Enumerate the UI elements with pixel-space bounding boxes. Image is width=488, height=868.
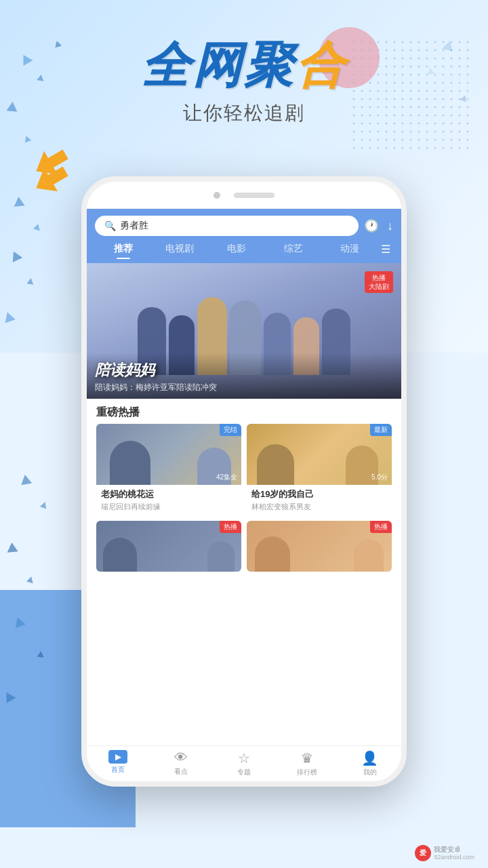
topic-icon: ☆ [238,750,250,766]
bottom-nav-rank[interactable]: ♛ 排行榜 [275,750,338,777]
gold-arrows-decoration [34,149,75,199]
watermark-text-line2: 52android.com [434,854,474,861]
bottom-nav-mine-label: 我的 [363,768,377,777]
thumb-person [257,444,294,485]
video-thumb-4: 热播 [247,521,392,572]
video-ep-count-1: 42集全 [216,473,237,482]
deco-triangle [20,474,32,486]
video-card-3[interactable]: 热播 [96,521,241,572]
video-subtitle-2: 林柏宏变狼系男友 [251,502,387,512]
search-input-wrap[interactable]: 🔍 勇者胜 [95,216,359,236]
deco-triangle [13,196,24,206]
rank-icon: ♛ [301,750,313,766]
bottom-nav-discover[interactable]: 👁 看点 [150,750,213,777]
download-button[interactable]: ↓ [387,219,393,233]
bottom-nav-home-label: 首页 [111,765,125,774]
banner-title-text: 陪读妈妈 [95,361,155,378]
deco-triangle [2,311,16,323]
tab-recommend[interactable]: 推荐 [95,240,152,258]
nav-tabs: 推荐 电视剧 电影 综艺 动漫 ☰ [87,240,401,263]
video-info-1: 老妈的桃花运 瑞尼回归再续前缘 [96,485,241,515]
video-badge-latest-2: 最新 [370,424,392,436]
thumb-person [255,536,290,572]
thumb-person [110,441,150,485]
deco-triangle [26,576,35,583]
banner-badge-line2: 大陆剧 [369,282,389,291]
banner-badge-line1: 热播 [369,273,389,282]
phone-speaker [234,193,274,198]
nav-menu-button[interactable]: ☰ [378,243,393,256]
phone-mockup: 🔍 勇者胜 🕐 ↓ 推荐 电视剧 电影 综艺 动漫 ☰ [81,176,407,787]
tab-tv[interactable]: 电视剧 [152,240,209,258]
hero-subtitle: 让你轻松追剧 [0,100,488,126]
phone-camera [214,192,220,199]
hero-title-part2: 合 [296,38,347,92]
video-card-1[interactable]: 完结 42集全 老妈的桃花运 瑞尼回归再续前缘 [96,424,241,515]
watermark-text: 我爱安卓 52android.com [434,846,474,861]
tab-variety[interactable]: 综艺 [265,240,322,258]
video-score-2: 5.0分 [371,473,388,482]
search-value: 勇者胜 [120,220,148,232]
tab-anime[interactable]: 动漫 [321,240,378,258]
video-badge-hot-4: 热播 [370,521,392,533]
deco-triangle [23,135,31,143]
video-info-2: 给19岁的我自己 林柏宏变狼系男友 [247,485,392,515]
video-title-1: 老妈的桃花运 [101,488,237,500]
banner[interactable]: 热播 大陆剧 陪读妈妈 陪读妈妈：梅婷许亚军陪读陷冲突 [87,263,401,399]
deco-triangle [6,542,18,552]
search-bar: 🔍 勇者胜 🕐 ↓ [87,209,401,240]
hero-section: 全网聚合 让你轻松追剧 [0,41,488,126]
hero-title: 全网聚合 [0,41,488,90]
banner-title: 陪读妈妈 [95,358,393,380]
video-badge-complete-1: 完结 [220,424,241,436]
deco-triangle [9,249,22,262]
search-icon: 🔍 [104,220,116,231]
video-thumb-2: 最新 5.0分 [247,424,392,485]
app-content: 🔍 勇者胜 🕐 ↓ 推荐 电视剧 电影 综艺 动漫 ☰ [87,209,401,781]
home-icon: ▶ [108,750,127,764]
bottom-nav-home[interactable]: ▶ 首页 [87,750,150,777]
bottom-navigation: ▶ 首页 👁 看点 ☆ 专题 ♛ 排行榜 👤 我的 [87,745,401,781]
mine-icon: 👤 [361,750,378,766]
thumb-person [103,538,137,572]
bottom-nav-topic[interactable]: ☆ 专题 [213,750,276,777]
video-thumb-1: 完结 42集全 [96,424,241,485]
deco-triangle [37,651,45,658]
thumb-person [207,541,235,572]
phone-top-bar [87,182,401,209]
banner-badge: 热播 大陆剧 [365,271,393,293]
bottom-nav-mine[interactable]: 👤 我的 [338,750,401,777]
tab-movie[interactable]: 电影 [208,240,265,258]
video-grid-row1: 完结 42集全 老妈的桃花运 瑞尼回归再续前缘 [87,424,401,521]
video-title-2: 给19岁的我自己 [251,488,387,500]
deco-triangle [40,501,48,509]
bottom-nav-rank-label: 排行榜 [297,768,317,777]
watermark-text-line1: 我爱安卓 [434,846,474,854]
discover-icon: 👁 [174,750,188,766]
history-button[interactable]: 🕐 [364,218,379,233]
search-actions: 🕐 ↓ [364,218,393,233]
video-grid-row2: 热播 热播 [87,521,401,572]
video-subtitle-1: 瑞尼回归再续前缘 [101,502,237,512]
banner-overlay: 陪读妈妈 陪读妈妈：梅婷许亚军陪读陷冲突 [87,353,401,399]
bottom-nav-topic-label: 专题 [237,768,251,777]
deco-triangle [33,223,41,231]
video-card-4[interactable]: 热播 [247,521,392,572]
watermark-logo: 爱 [415,845,431,861]
video-badge-hot-3: 热播 [220,521,241,533]
section-hot-header: 重磅热播 [87,399,401,424]
video-card-2[interactable]: 最新 5.0分 给19岁的我自己 林柏宏变狼系男友 [247,424,392,515]
footer-watermark: 爱 我爱安卓 52android.com [415,845,474,861]
banner-description: 陪读妈妈：梅婷许亚军陪读陷冲突 [95,382,393,393]
thumb-person [354,539,384,572]
bottom-nav-discover-label: 看点 [174,767,188,776]
video-thumb-3: 热播 [96,521,241,572]
deco-triangle [26,277,34,284]
hero-title-part1: 全网聚 [141,38,296,92]
phone-frame: 🔍 勇者胜 🕐 ↓ 推荐 电视剧 电影 综艺 动漫 ☰ [81,176,407,787]
